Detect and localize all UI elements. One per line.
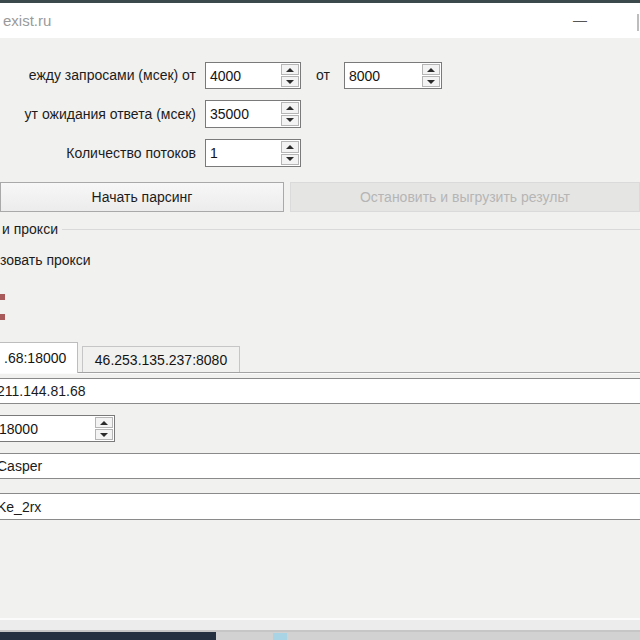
delay-between-requests-label: ежду запросами (мсек) от — [0, 67, 196, 83]
window-title: exist.ru — [3, 12, 51, 29]
proxy-group-border — [62, 229, 640, 230]
tab-proxy-1[interactable]: .68:18000 — [0, 342, 78, 373]
timeout-spin-down[interactable] — [281, 115, 299, 127]
proxy-group-label: и прокси — [2, 221, 58, 237]
threads-value[interactable]: 1 — [210, 145, 218, 161]
arrow-down-icon — [286, 80, 294, 84]
window-control-edge — [637, 14, 639, 31]
proxy-port-value[interactable]: 18000 — [0, 421, 38, 437]
arrow-down-icon — [286, 157, 294, 161]
minimize-button[interactable]: — — [556, 3, 604, 36]
delay-to-label: от — [316, 67, 330, 83]
arrow-down-icon — [427, 80, 435, 84]
proxy-port-spinner[interactable]: 18000 — [0, 415, 115, 442]
error-text-fragment — [0, 314, 5, 320]
delay-from-spinner[interactable]: 4000 — [205, 62, 301, 89]
delay-from-value[interactable]: 4000 — [210, 68, 241, 84]
app-window: exist.ru — ежду запросами (мсек) от 4000… — [0, 0, 640, 640]
title-bar: exist.ru — [0, 3, 640, 38]
use-proxy-checkbox-label[interactable]: зовать прокси — [0, 252, 91, 268]
port-spin-up[interactable] — [95, 417, 113, 428]
delay-from-spin-down[interactable] — [281, 76, 299, 87]
response-timeout-label: ут ожидания ответа (мсек) — [0, 106, 196, 122]
delay-to-spin-down[interactable] — [422, 76, 440, 87]
start-parsing-button[interactable]: Начать парсинг — [0, 182, 284, 212]
threads-spin-down[interactable] — [281, 154, 299, 166]
stop-and-export-button[interactable]: Остановить и выгрузить результ — [290, 182, 640, 212]
threads-spin-up[interactable] — [281, 141, 299, 153]
error-text-fragment — [0, 294, 5, 300]
taskbar-left-strip[interactable] — [0, 632, 216, 640]
arrow-up-icon — [286, 145, 294, 149]
taskbar-accent — [273, 633, 287, 640]
delay-to-spinner[interactable]: 8000 — [344, 62, 442, 89]
arrow-up-icon — [286, 68, 294, 72]
timeout-spinner[interactable]: 35000 — [205, 100, 301, 128]
tab-proxy-2[interactable]: 46.253.135.237:8080 — [82, 346, 240, 372]
arrow-down-icon — [100, 433, 108, 437]
proxy-password-input[interactable]: Ke_2rx — [0, 493, 640, 520]
proxy-username-input[interactable]: Casper — [0, 453, 640, 479]
delay-from-spin-up[interactable] — [281, 64, 299, 75]
arrow-up-icon — [100, 421, 108, 425]
timeout-spin-up[interactable] — [281, 102, 299, 114]
threads-spinner[interactable]: 1 — [205, 139, 301, 167]
delay-to-spin-up[interactable] — [422, 64, 440, 75]
threads-count-label: Количество потоков — [0, 145, 196, 161]
arrow-down-icon — [286, 118, 294, 122]
proxy-address-input[interactable]: 211.144.81.68 — [0, 378, 640, 404]
timeout-value[interactable]: 35000 — [210, 106, 249, 122]
tab-panel-highlight — [0, 373, 640, 374]
arrow-up-icon — [286, 106, 294, 110]
delay-to-value[interactable]: 8000 — [349, 68, 380, 84]
port-spin-down[interactable] — [95, 429, 113, 440]
minimize-icon: — — [573, 12, 587, 28]
arrow-up-icon — [427, 68, 435, 72]
